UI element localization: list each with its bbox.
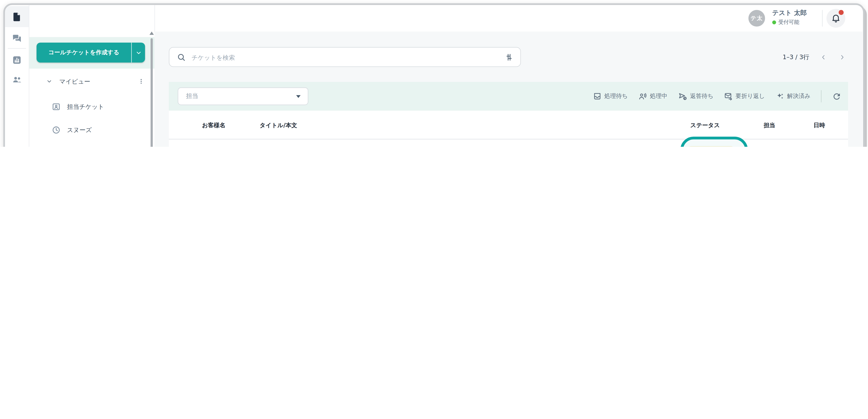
notifications-button[interactable]	[827, 9, 845, 28]
user-status[interactable]: 受付可能	[772, 19, 799, 26]
id-card-icon	[52, 102, 61, 111]
notification-badge-dot	[839, 10, 844, 15]
datetime-cell: 15:04	[797, 139, 841, 147]
bell-icon	[831, 13, 841, 23]
send-clock-icon	[678, 92, 687, 101]
col-header-customer: お客様名	[202, 111, 225, 139]
section-my-view[interactable]: マイビュー	[29, 70, 154, 92]
sidebar-item-approval-requests[interactable]: 承認依頼 0	[29, 142, 154, 147]
ticket-title: 件名が入ります-- 回答が分かった後に再度電話連絡する旨、案内しています。	[259, 139, 478, 147]
user-name[interactable]: テスト 太郎	[772, 9, 807, 17]
ticket-table: お客様名 タイトル/本文 ステータス 担当 日時 田中太郎 件名が入ります-- …	[169, 111, 848, 147]
search-input[interactable]	[190, 47, 492, 67]
col-header-assignee: 担当	[731, 111, 808, 139]
online-status-dot	[772, 21, 776, 25]
status-filter-callback[interactable]: 要折り返し	[724, 92, 765, 101]
col-header-datetime: 日時	[797, 111, 841, 139]
search-icon	[177, 53, 186, 62]
rail-divider	[8, 48, 26, 49]
ticket-search-box	[169, 47, 521, 67]
pagination: 1–3 / 3行	[783, 47, 847, 67]
browser-frame: ? チケット一覧 テ太 テスト 太郎 受付可能 コールチケットを作成する マイビ…	[3, 3, 865, 147]
status-filter-awaiting-reply[interactable]: 返答待ち	[678, 92, 713, 101]
caret-down-icon	[296, 95, 301, 98]
assignee-dropdown-label: 担当	[186, 88, 198, 105]
clock-icon	[52, 125, 61, 135]
chevron-down-icon	[46, 78, 53, 85]
inbox-icon	[593, 92, 601, 101]
filter-divider	[821, 90, 822, 102]
nav-tickets-button[interactable]	[5, 6, 29, 27]
create-call-ticket-button[interactable]: コールチケットを作成する	[36, 43, 145, 63]
status-filter-pending[interactable]: 処理待ち	[593, 92, 628, 101]
table-row[interactable]: 田中太郎 件名が入ります-- 回答が分かった後に再度電話連絡する旨、案内していま…	[169, 139, 848, 147]
section-label: マイビュー	[59, 77, 90, 86]
assignee-cell: テスト 太郎	[731, 139, 808, 147]
sidebar-scrollbar-thumb[interactable]	[151, 38, 153, 147]
nav-chat-button[interactable]	[5, 28, 29, 49]
status-filter-resolved[interactable]: 解決済み	[775, 92, 810, 101]
pagination-prev-button[interactable]	[818, 52, 828, 62]
person-voice-icon	[638, 92, 647, 101]
icon-rail: ?	[5, 5, 30, 147]
main-content: 1–3 / 3行 担当 処理待ち 処理中 返答待ち	[154, 32, 862, 147]
document-icon	[12, 11, 22, 22]
sidebar-item-snooze[interactable]: スヌーズ	[29, 119, 154, 141]
app-window: ? チケット一覧 テ太 テスト 太郎 受付可能 コールチケットを作成する マイビ…	[0, 0, 868, 147]
status-badge-callback: 要折り返し	[688, 146, 734, 147]
sidebar-item-assigned-tickets[interactable]: 担当チケット	[29, 96, 154, 118]
create-call-ticket-label[interactable]: コールチケットを作成する	[36, 43, 132, 63]
create-ticket-dropdown-toggle[interactable]	[132, 43, 145, 63]
refresh-button[interactable]	[832, 92, 842, 101]
user-status-label: 受付可能	[778, 19, 799, 26]
pagination-range-label: 1–3 / 3行	[783, 53, 809, 61]
nav-customers-button[interactable]	[5, 69, 29, 90]
customer-name: 田中太郎	[202, 139, 226, 147]
kebab-menu-icon[interactable]	[135, 75, 147, 88]
sidebar: コールチケットを作成する マイビュー 担当チケット スヌーズ 承認依頼 0 差し…	[29, 5, 155, 147]
assignee-dropdown[interactable]: 担当	[178, 88, 308, 105]
filter-band: 担当 処理待ち 処理中 返答待ち 要折り返し	[169, 82, 848, 110]
col-header-title: タイトル/本文	[259, 111, 297, 139]
people-icon	[11, 74, 22, 85]
search-filter-icon[interactable]	[504, 53, 514, 62]
chevron-down-icon	[135, 49, 142, 56]
chat-bubbles-icon	[12, 33, 22, 43]
status-filter-group: 処理待ち 処理中 返答待ち 要折り返し 解決済み	[593, 82, 841, 110]
sparkles-icon	[775, 92, 784, 101]
status-filter-in-progress[interactable]: 処理中	[638, 92, 668, 101]
sidebar-scroll-up-arrow[interactable]	[149, 32, 154, 35]
refresh-icon	[832, 92, 842, 101]
avatar[interactable]: テ太	[748, 10, 765, 27]
table-header-row: お客様名 タイトル/本文 ステータス 担当 日時	[169, 111, 848, 139]
header-divider	[822, 10, 823, 27]
pagination-next-button[interactable]	[837, 52, 847, 62]
col-header-status: ステータス	[690, 111, 720, 139]
bar-chart-icon	[12, 55, 22, 65]
nav-reports-button[interactable]	[5, 49, 29, 70]
mail-arrow-icon	[724, 92, 733, 101]
